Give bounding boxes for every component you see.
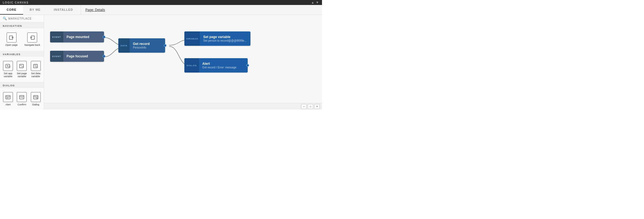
dialog-output [246, 64, 249, 67]
dialog-subtitle: Get record / Error: message [202, 66, 236, 69]
titlebar: LOGIC CANVAS ▲ ▼ [0, 0, 322, 5]
set-app-var-label: Set app variable [2, 72, 13, 78]
event-mounted-output [103, 36, 105, 38]
sidebar-item-set-app-variable[interactable]: (x) Set app variable [1, 58, 15, 81]
node-event-mounted[interactable]: EVENT Page mounted [50, 31, 104, 42]
node-data-get-record[interactable]: DATA Get record PersonInfo [118, 38, 165, 53]
dialog-items: Alert Confirm [0, 88, 44, 109]
sidebar-item-alert[interactable]: Alert [1, 90, 15, 109]
tabbar: CORE BY ME INSTALLED Page: Details [0, 5, 322, 15]
event-mounted-title: Page mounted [67, 35, 89, 39]
svg-text:(x): (x) [21, 65, 24, 68]
set-page-var-icon: (x) [17, 61, 27, 71]
dialog-badge: DIALOG [184, 58, 199, 73]
variables-badge: VARIABLES [184, 31, 200, 46]
event-focused-content: Page focused [63, 53, 91, 60]
collapse-btn[interactable]: ▲ [311, 1, 315, 4]
open-page-label: Open page [5, 44, 18, 47]
event-mounted-badge: EVENT [50, 31, 63, 42]
set-data-var-label: Set data variable [30, 72, 41, 78]
search-input[interactable] [8, 17, 41, 20]
app-title: LOGIC CANVAS [3, 1, 29, 4]
breadcrumb: Page: Details [81, 5, 109, 15]
event-focused-title: Page focused [67, 54, 88, 58]
bottom-bar: − ○ + [44, 103, 322, 109]
dialog2-icon [31, 92, 41, 102]
node-variables-set[interactable]: VARIABLES Set page variable Set person t… [184, 31, 250, 46]
variables-title: Set page variable [203, 35, 246, 39]
variables-subtitle: Set person to record@@@8699e... [203, 39, 246, 42]
zoom-reset-button[interactable]: ○ [308, 104, 313, 109]
zoom-in-button[interactable]: + [314, 104, 320, 109]
navigate-back-label: Navigate back [24, 44, 40, 47]
data-content: Get record PersonInfo [130, 40, 153, 51]
data-title: Get record [133, 42, 150, 46]
svg-text:(x): (x) [36, 66, 37, 68]
svg-text:(x): (x) [8, 65, 10, 68]
data-subtitle: PersonInfo [133, 46, 150, 49]
variables-content: Set page variable Set person to record@@… [200, 33, 250, 44]
confirm-label: Confirm [18, 103, 26, 106]
navigate-back-icon [27, 33, 37, 42]
variables-items: (x) Set app variable (x) Set page variab… [0, 57, 44, 82]
navigation-items: Open page Navigate back [0, 28, 44, 51]
svg-rect-18 [37, 98, 37, 98]
event-focused-badge: EVENT [50, 51, 63, 62]
breadcrumb-link[interactable]: Page: Details [85, 8, 105, 12]
expand-btn[interactable]: ▼ [316, 1, 319, 4]
sidebar-item-set-data-variable[interactable]: (x) Set data variable [29, 58, 43, 81]
event-focused-output [103, 55, 105, 58]
sidebar: 🔍 NAVIGATION Open page [0, 15, 44, 109]
node-event-focused[interactable]: EVENT Page focused [50, 51, 104, 62]
event-mounted-content: Page mounted [63, 33, 93, 41]
tab-installed[interactable]: INSTALLED [47, 5, 80, 15]
alert-label: Alert [6, 103, 11, 106]
sidebar-item-navigate-back[interactable]: Navigate back [22, 30, 43, 49]
data-badge: DATA [118, 38, 130, 53]
section-variables: VARIABLES [0, 51, 44, 57]
open-page-icon [7, 33, 17, 42]
sidebar-item-set-page-variable[interactable]: (x) Set page variable [15, 58, 29, 81]
zoom-out-button[interactable]: − [301, 104, 307, 109]
connections-svg [44, 15, 322, 109]
node-dialog-alert[interactable]: DIALOG Alert Get record / Error: message [184, 58, 248, 73]
dialog-content: Alert Get record / Error: message [199, 60, 240, 71]
section-dialog: DIALOG [0, 82, 44, 88]
alert-icon [3, 92, 13, 102]
main-content: 🔍 NAVIGATION Open page [0, 15, 322, 109]
section-navigation: NAVIGATION [0, 22, 44, 28]
titlebar-controls[interactable]: ▲ ▼ [311, 1, 319, 4]
set-page-var-label: Set page variable [16, 72, 27, 78]
sidebar-item-dialog2[interactable]: Dialog [29, 90, 43, 109]
search-bar: 🔍 [0, 15, 44, 22]
sidebar-item-open-page[interactable]: Open page [1, 30, 22, 49]
tab-byme[interactable]: BY ME [23, 5, 47, 15]
confirm-icon [17, 92, 27, 102]
sidebar-item-confirm[interactable]: Confirm [15, 90, 29, 109]
canvas[interactable]: EVENT Page mounted EVENT Page focused DA… [44, 15, 322, 109]
search-icon: 🔍 [3, 17, 7, 20]
tab-core[interactable]: CORE [0, 5, 23, 15]
set-data-var-icon: (x) [31, 61, 41, 71]
data-output [164, 44, 167, 47]
set-app-var-icon: (x) [3, 61, 13, 71]
dialog-title: Alert [202, 62, 236, 66]
dialog2-label: Dialog [32, 103, 39, 106]
